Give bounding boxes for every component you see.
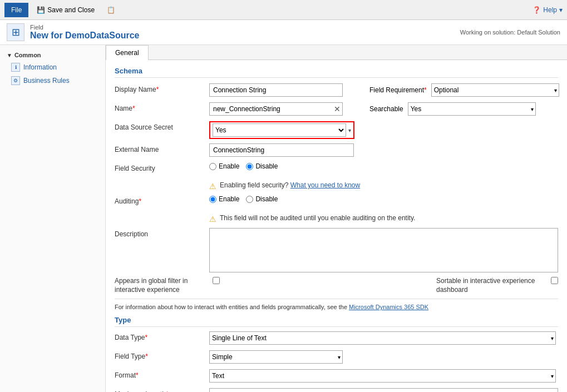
field-type-row: Field Type* Simple Calculated Rollup ▾: [115, 350, 558, 365]
format-select[interactable]: Text Email Phone URL: [209, 369, 556, 383]
name-row: Name* ✕ Searchable Yes No: [115, 102, 558, 117]
business-rules-icon: ⚙: [11, 76, 20, 85]
max-length-label: Maximum Length*: [115, 388, 209, 392]
field-security-enable-radio[interactable]: [209, 163, 216, 170]
what-you-need-to-know-link[interactable]: What you need to know: [290, 181, 360, 189]
auditing-disable-option[interactable]: Disable: [246, 195, 278, 203]
data-source-secret-dropdown-icon: ▾: [348, 127, 351, 133]
field-security-disable-option[interactable]: Disable: [246, 162, 278, 170]
extra-toolbar-button[interactable]: 📋: [103, 3, 119, 17]
max-length-input[interactable]: [209, 388, 558, 392]
display-name-input[interactable]: [209, 83, 343, 97]
help-icon: ❓: [533, 6, 541, 14]
external-name-label: External Name: [115, 143, 209, 153]
external-name-input[interactable]: [209, 143, 354, 157]
file-button[interactable]: File: [4, 3, 28, 17]
tab-general[interactable]: General: [106, 45, 149, 60]
data-type-row: Data Type* Single Line of Text Multiple …: [115, 331, 558, 346]
sidebar-section-common: ▼ Common: [0, 49, 105, 61]
field-icon: ⊞: [7, 23, 24, 41]
sidebar-item-information[interactable]: ℹ Information: [0, 61, 105, 74]
info-row: For information about how to interact wi…: [115, 299, 558, 310]
type-section-header: Type: [115, 316, 558, 327]
format-select-wrapper: Text Email Phone URL ▾: [209, 369, 556, 383]
auditing-enable-radio[interactable]: [209, 196, 216, 203]
help-dropdown-icon: ▾: [559, 6, 563, 14]
field-requirement-select-wrapper: Optional Required Recommended ▾: [431, 83, 559, 97]
description-textarea[interactable]: [209, 228, 558, 272]
name-label: Name*: [115, 102, 209, 112]
data-source-secret-control: Yes No ▾: [209, 121, 558, 139]
information-icon: ℹ: [11, 63, 20, 72]
field-security-warning-row: ⚠ Enabling field security? What you need…: [209, 181, 558, 191]
sidebar: ▼ Common ℹ Information ⚙ Business Rules: [0, 45, 106, 392]
display-name-label: Display Name*: [115, 83, 209, 93]
sortable-label: Sortable in interactive experience dashb…: [436, 277, 548, 294]
field-type-select-wrapper: Simple Calculated Rollup ▾: [209, 350, 343, 364]
help-button[interactable]: ❓ Help ▾: [533, 6, 563, 14]
field-requirement-select[interactable]: Optional Required Recommended: [431, 83, 559, 97]
searchable-select[interactable]: Yes No: [408, 102, 536, 116]
name-input-wrapper: ✕: [209, 102, 343, 116]
description-label: Description: [115, 228, 209, 238]
main-layout: ▼ Common ℹ Information ⚙ Business Rules …: [0, 45, 567, 392]
field-type-control: Simple Calculated Rollup ▾: [209, 350, 558, 364]
name-control: ✕ Searchable Yes No ▾: [209, 102, 558, 116]
data-type-label: Data Type*: [115, 331, 209, 341]
page-header: ⊞ Field New for DemoDataSource Working o…: [0, 20, 567, 45]
auditing-warning-text: This field will not be audited until you…: [220, 214, 415, 222]
auditing-label: Auditing*: [115, 195, 209, 205]
auditing-enable-option[interactable]: Enable: [209, 195, 239, 203]
external-name-control: [209, 143, 558, 157]
content-area: General Schema Display Name* Field Requi…: [106, 45, 567, 392]
searchable-label: Searchable: [369, 105, 403, 113]
field-type-label: Field Type*: [115, 350, 209, 360]
description-control: [209, 228, 558, 272]
auditing-disable-radio[interactable]: [246, 196, 253, 203]
display-name-row: Display Name* Field Requirement* Optiona…: [115, 83, 558, 98]
field-requirement-label: Field Requirement*: [369, 86, 427, 94]
expand-icon[interactable]: ▼: [7, 52, 12, 58]
sortable-checkbox[interactable]: [551, 277, 558, 284]
field-security-disable-radio[interactable]: [246, 163, 253, 170]
auditing-radio-group: Enable Disable: [209, 195, 278, 203]
max-length-control: [209, 388, 558, 392]
name-input[interactable]: [209, 102, 343, 116]
format-control: Text Email Phone URL ▾: [209, 369, 558, 383]
sidebar-item-business-rules[interactable]: ⚙ Business Rules: [0, 74, 105, 87]
toolbar: File 💾 Save and Close 📋 ❓ Help ▾: [0, 0, 567, 20]
name-clear-button[interactable]: ✕: [334, 105, 341, 113]
field-type-select[interactable]: Simple Calculated Rollup: [209, 350, 343, 364]
field-security-radio-group: Enable Disable: [209, 162, 278, 170]
auditing-warning-icon: ⚠: [209, 215, 216, 224]
data-source-secret-label: Data Source Secret: [115, 121, 209, 131]
data-source-secret-select[interactable]: Yes No: [213, 123, 346, 137]
auditing-control: Enable Disable: [209, 195, 558, 203]
checkbox-row: Appears in global filter in interactive …: [115, 277, 558, 294]
description-row: Description: [115, 228, 558, 272]
schema-section-header: Schema: [115, 67, 558, 78]
format-label: Format*: [115, 369, 209, 379]
page-title: New for DemoDataSource: [30, 31, 140, 41]
toolbar-extra-icon: 📋: [107, 6, 115, 14]
sdk-link[interactable]: Microsoft Dynamics 365 SDK: [349, 304, 428, 310]
field-security-row: Field Security Enable Disable: [115, 162, 558, 177]
form-content: Schema Display Name* Field Requirement* …: [106, 60, 567, 392]
data-type-control: Single Line of Text Multiple Lines of Te…: [209, 331, 558, 345]
external-name-row: External Name: [115, 143, 558, 158]
searchable-select-wrapper: Yes No ▾: [408, 102, 536, 116]
auditing-warning-row: ⚠ This field will not be audited until y…: [209, 214, 558, 224]
working-on-label: Working on solution: Default Solution: [460, 29, 560, 36]
data-type-select[interactable]: Single Line of Text Multiple Lines of Te…: [209, 331, 556, 345]
field-security-warning-text: Enabling field security? What you need t…: [220, 181, 360, 189]
field-security-enable-option[interactable]: Enable: [209, 162, 239, 170]
save-icon: 💾: [37, 6, 45, 14]
save-close-button[interactable]: 💾 Save and Close: [33, 3, 98, 17]
data-source-secret-highlighted: Yes No ▾: [209, 121, 354, 139]
warning-icon: ⚠: [209, 182, 216, 191]
data-type-select-wrapper: Single Line of Text Multiple Lines of Te…: [209, 331, 556, 345]
global-filter-checkbox[interactable]: [213, 277, 220, 284]
field-security-label: Field Security: [115, 162, 209, 172]
page-subtitle: Field: [30, 24, 140, 31]
field-security-control: Enable Disable: [209, 162, 558, 170]
